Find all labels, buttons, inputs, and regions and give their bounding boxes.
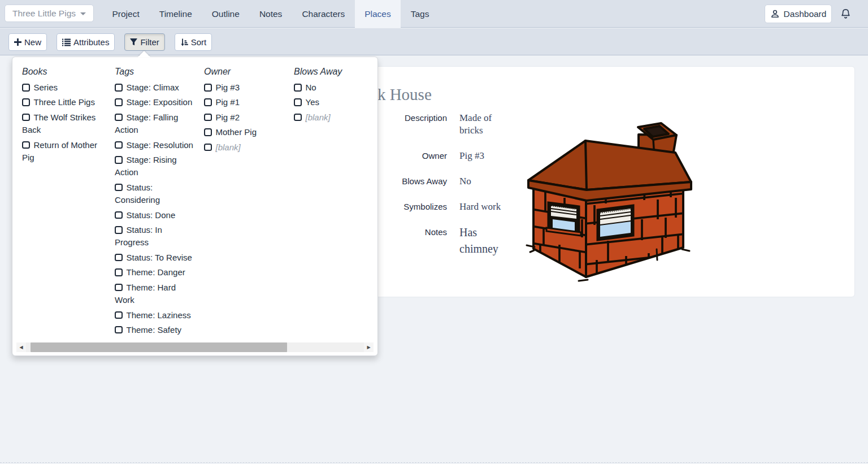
scroll-right-button[interactable]: ▶: [364, 342, 374, 352]
new-button[interactable]: New: [8, 33, 47, 51]
checkbox-unchecked-icon[interactable]: [115, 156, 123, 164]
tab-outline[interactable]: Outline: [202, 0, 249, 28]
checkbox-unchecked-icon[interactable]: [115, 211, 123, 219]
filter-option[interactable]: Pig #1: [204, 96, 284, 109]
filter-option[interactable]: Pig #2: [204, 111, 284, 124]
filter-button-label: Filter: [140, 37, 159, 47]
filter-option[interactable]: Stage: Resolution: [115, 139, 195, 151]
filter-option-label: [blank]: [306, 112, 331, 122]
filter-option[interactable]: Mother Pig: [204, 126, 284, 138]
filter-option[interactable]: [blank]: [294, 111, 374, 124]
filter-option[interactable]: Yes: [294, 96, 374, 109]
checkbox-unchecked-icon[interactable]: [294, 98, 302, 106]
checkbox-unchecked-icon[interactable]: [22, 84, 30, 92]
bell-icon: [840, 8, 851, 19]
attribute-value: Pig #3: [459, 150, 517, 162]
filter-option[interactable]: Pig #3: [204, 81, 284, 94]
checkbox-unchecked-icon[interactable]: [22, 114, 30, 122]
checkbox-unchecked-icon[interactable]: [115, 184, 123, 192]
filter-option[interactable]: Stage: Climax: [115, 81, 195, 94]
filter-columns: BooksSeriesThree Little PigsThe Wolf Str…: [12, 57, 377, 340]
filter-option[interactable]: Status: To Revise: [115, 251, 195, 264]
project-switcher-button[interactable]: Three Little Pigs: [5, 5, 94, 22]
filter-option[interactable]: Series: [22, 81, 102, 94]
sort-icon: [180, 38, 188, 46]
checkbox-unchecked-icon[interactable]: [115, 226, 123, 234]
filter-option[interactable]: Stage: Falling Action: [115, 111, 195, 137]
checkbox-unchecked-icon[interactable]: [22, 141, 30, 149]
dashboard-button[interactable]: Dashboard: [765, 5, 832, 23]
checkbox-unchecked-icon[interactable]: [115, 84, 123, 92]
checkbox-unchecked-icon[interactable]: [22, 98, 30, 106]
brick-house-illustration: [523, 112, 693, 283]
filter-option-label: Status: To Revise: [127, 253, 192, 262]
attributes-button-label: Attributes: [73, 37, 109, 47]
filter-button[interactable]: Filter: [124, 33, 164, 51]
sort-button[interactable]: Sort: [175, 33, 212, 51]
checkbox-unchecked-icon[interactable]: [115, 141, 123, 149]
tab-places[interactable]: Places: [355, 0, 401, 28]
tab-notes[interactable]: Notes: [249, 0, 292, 28]
filter-option[interactable]: Stage: Rising Action: [115, 154, 195, 179]
checkbox-unchecked-icon[interactable]: [115, 98, 123, 106]
filter-option[interactable]: The Wolf Strikes Back: [22, 111, 102, 137]
filter-option-label: Mother Pig: [216, 127, 257, 137]
checkbox-unchecked-icon[interactable]: [204, 128, 212, 136]
scrollbar-thumb[interactable]: [31, 342, 287, 352]
main-nav-tabs: ProjectTimelineOutlineNotesCharactersPla…: [102, 0, 439, 28]
checkbox-unchecked-icon[interactable]: [115, 114, 123, 122]
filter-option[interactable]: Status: Considering: [115, 181, 195, 207]
filter-column-title: Tags: [115, 66, 204, 78]
plus-icon: [14, 38, 21, 46]
horizontal-scrollbar[interactable]: ◀ ▶: [16, 342, 374, 352]
checkbox-unchecked-icon[interactable]: [115, 326, 123, 334]
checkbox-unchecked-icon[interactable]: [115, 254, 123, 262]
checkbox-unchecked-icon[interactable]: [204, 84, 212, 92]
places-toolbar: New Attributes Filter Sort: [0, 28, 868, 55]
filter-option-label: Return of Mother Pig: [22, 140, 97, 162]
attribute-value: Hard work: [459, 201, 517, 213]
filter-column-books: BooksSeriesThree Little PigsThe Wolf Str…: [22, 66, 115, 340]
filter-popover: BooksSeriesThree Little PigsThe Wolf Str…: [12, 57, 378, 356]
attributes-button[interactable]: Attributes: [57, 33, 115, 51]
scrollbar-track[interactable]: [26, 342, 364, 352]
checkbox-unchecked-icon[interactable]: [204, 98, 212, 106]
checkbox-unchecked-icon[interactable]: [115, 311, 123, 319]
tab-project[interactable]: Project: [102, 0, 149, 28]
scroll-left-button[interactable]: ◀: [16, 342, 26, 352]
filter-option[interactable]: Status: Done: [115, 209, 195, 222]
checkbox-unchecked-icon[interactable]: [294, 114, 302, 122]
checkbox-unchecked-icon[interactable]: [115, 268, 123, 276]
user-icon: [770, 9, 780, 19]
filter-option-label: Series: [34, 83, 58, 92]
filter-option-label: Pig #1: [216, 97, 240, 107]
checkbox-unchecked-icon[interactable]: [115, 284, 123, 292]
filter-option[interactable]: Theme: Laziness: [115, 309, 195, 322]
bottom-divider: [0, 462, 868, 463]
filter-option[interactable]: Three Little Pigs: [22, 96, 102, 109]
filter-column-title: Blows Away: [294, 66, 377, 78]
tab-tags[interactable]: Tags: [401, 0, 439, 28]
checkbox-unchecked-icon[interactable]: [294, 84, 302, 92]
filter-option[interactable]: Status: In Progress: [115, 224, 195, 249]
new-button-label: New: [24, 37, 41, 47]
sort-button-label: Sort: [191, 37, 207, 47]
filter-option[interactable]: Stage: Exposition: [115, 96, 195, 109]
filter-option-label: The Wolf Strikes Back: [22, 112, 96, 135]
attribute-value: No: [459, 175, 517, 188]
filter-column-tags: TagsStage: ClimaxStage: ExpositionStage:…: [115, 66, 204, 340]
tab-timeline[interactable]: Timeline: [149, 0, 202, 28]
filter-option[interactable]: No: [294, 81, 374, 94]
toolbar-button-group: New Attributes Filter Sort: [8, 33, 212, 51]
notifications-bell-button[interactable]: [832, 8, 860, 19]
checkbox-unchecked-icon[interactable]: [204, 144, 212, 151]
tab-characters[interactable]: Characters: [292, 0, 355, 28]
filter-option[interactable]: Theme: Danger: [115, 266, 195, 279]
filter-option[interactable]: [blank]: [204, 141, 284, 154]
filter-option-label: Status: Done: [127, 210, 176, 220]
filter-option[interactable]: Theme: Safety: [115, 324, 195, 336]
checkbox-unchecked-icon[interactable]: [204, 114, 212, 122]
filter-option[interactable]: Return of Mother Pig: [22, 139, 102, 164]
filter-option[interactable]: Theme: Hard Work: [115, 281, 195, 307]
filter-option-label: [blank]: [216, 142, 241, 152]
